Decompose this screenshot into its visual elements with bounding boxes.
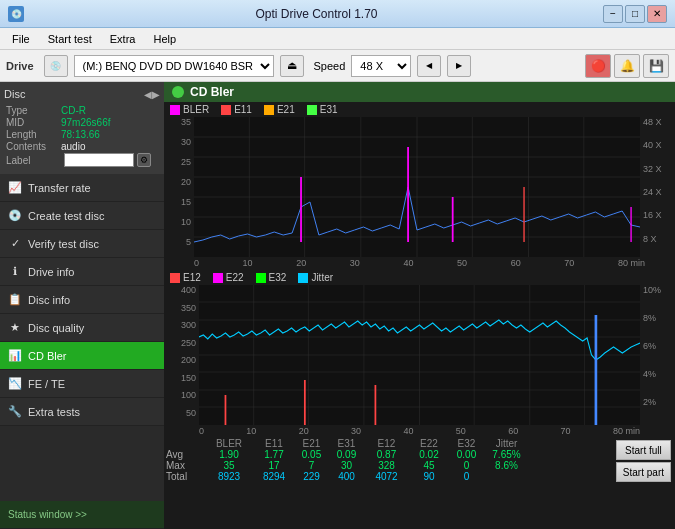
menu-start-test[interactable]: Start test: [40, 31, 100, 47]
drive-select[interactable]: (M:) BENQ DVD DD DW1640 BSRB: [74, 55, 274, 77]
total-bler: 8923: [204, 471, 254, 482]
contents-label: Contents: [6, 141, 61, 152]
col-bler: BLER: [204, 438, 254, 449]
bottom-x-axis: 01020304050607080 min: [164, 425, 675, 436]
avg-jitter: 7.65%: [484, 449, 529, 460]
start-full-button[interactable]: Start full: [616, 440, 671, 460]
sidebar-item-status-window[interactable]: Status window >>: [0, 501, 164, 529]
col-e22: E22: [409, 438, 449, 449]
type-label: Type: [6, 105, 61, 116]
mid-value: 97m26s66f: [61, 117, 110, 128]
chart-header: CD Bler: [164, 82, 675, 102]
disc-label-row: Label ⚙: [6, 153, 158, 167]
action-icon-2[interactable]: 🔔: [614, 54, 640, 78]
eject-button[interactable]: ⏏: [280, 55, 304, 77]
sidebar-item-transfer-rate[interactable]: 📈 Transfer rate: [0, 174, 164, 202]
start-buttons: Start full Start part: [614, 438, 673, 484]
col-e11: E11: [254, 438, 294, 449]
stats-header-row: BLER E11 E21 E31 E12 E22 E32 Jitter: [166, 438, 614, 449]
drive-info-icon: ℹ: [8, 265, 22, 279]
mid-label: MID: [6, 117, 61, 128]
sidebar-item-verify-test-disc[interactable]: ✓ Verify test disc: [0, 230, 164, 258]
speed-right-button[interactable]: ▶: [447, 55, 471, 77]
label-gear-button[interactable]: ⚙: [137, 153, 151, 167]
total-e21: 229: [294, 471, 329, 482]
max-e22: 45: [409, 460, 449, 471]
drivebar: Drive 💿 (M:) BENQ DVD DD DW1640 BSRB ⏏ S…: [0, 50, 675, 82]
start-part-button[interactable]: Start part: [616, 462, 671, 482]
max-e21: 7: [294, 460, 329, 471]
sidebar-item-extra-tests[interactable]: 🔧 Extra tests: [0, 398, 164, 426]
top-chart-svg: [194, 117, 640, 257]
max-e32: 0: [449, 460, 484, 471]
sidebar-item-drive-info[interactable]: ℹ Drive info: [0, 258, 164, 286]
close-button[interactable]: ✕: [647, 5, 667, 23]
disc-info: Type CD-R MID 97m26s66f Length 78:13.66 …: [4, 102, 160, 170]
main-area: Disc ◀▶ Type CD-R MID 97m26s66f Length 7…: [0, 82, 675, 529]
legend-e22: E22: [213, 272, 244, 283]
total-jitter: [484, 471, 529, 482]
verify-test-disc-icon: ✓: [8, 237, 22, 251]
disc-quality-icon: ★: [8, 321, 22, 335]
total-e11: 8294: [254, 471, 294, 482]
disc-length-row: Length 78:13.66: [6, 129, 158, 140]
col-jitter: Jitter: [484, 438, 529, 449]
menu-help[interactable]: Help: [145, 31, 184, 47]
top-y-axis-left: 3530252015105: [164, 117, 194, 257]
sidebar-label-transfer-rate: Transfer rate: [28, 182, 91, 194]
titlebar: 💿 Opti Drive Control 1.70 − □ ✕: [0, 0, 675, 28]
sidebar-item-cd-bler[interactable]: 📊 CD Bler: [0, 342, 164, 370]
drive-icon: 💿: [44, 55, 68, 77]
content-area: CD Bler BLER E11 E21 E31: [164, 82, 675, 529]
col-e12: E12: [364, 438, 409, 449]
bottom-y-axis-left: 40035030025020015010050: [164, 285, 199, 425]
col-e31: E31: [329, 438, 364, 449]
sidebar-label-extra-tests: Extra tests: [28, 406, 80, 418]
col-e32: E32: [449, 438, 484, 449]
save-icon[interactable]: 💾: [643, 54, 669, 78]
stats-table: BLER E11 E21 E31 E12 E22 E32 Jitter Avg …: [166, 438, 614, 484]
sidebar-item-disc-info[interactable]: 📋 Disc info: [0, 286, 164, 314]
minimize-button[interactable]: −: [603, 5, 623, 23]
bottom-chart-area: 40035030025020015010050: [164, 285, 675, 425]
speed-left-button[interactable]: ◀: [417, 55, 441, 77]
speed-label: Speed: [314, 60, 346, 72]
label-input[interactable]: [64, 153, 134, 167]
e12-color: [170, 273, 180, 283]
e32-color: [256, 273, 266, 283]
cd-bler-icon: 📊: [8, 349, 22, 363]
max-e31: 30: [329, 460, 364, 471]
window-controls: − □ ✕: [603, 5, 667, 23]
max-e11: 17: [254, 460, 294, 471]
total-e32: 0: [449, 471, 484, 482]
legend-e21: E21: [264, 104, 295, 115]
sidebar-menu: 📈 Transfer rate 💿 Create test disc ✓ Ver…: [0, 174, 164, 529]
stats-section: BLER E11 E21 E31 E12 E22 E32 Jitter Avg …: [164, 436, 675, 486]
sidebar-label-disc-quality: Disc quality: [28, 322, 84, 334]
sidebar-label-verify-test-disc: Verify test disc: [28, 238, 99, 250]
maximize-button[interactable]: □: [625, 5, 645, 23]
top-y-axis-right: 48 X40 X32 X24 X16 X8 X: [640, 117, 675, 257]
legend-e32: E32: [256, 272, 287, 283]
total-e31: 400: [329, 471, 364, 482]
menubar: File Start test Extra Help: [0, 28, 675, 50]
extra-tests-icon: 🔧: [8, 405, 22, 419]
total-label: Total: [166, 471, 204, 482]
avg-label: Avg: [166, 449, 204, 460]
disc-arrows[interactable]: ◀▶: [144, 89, 160, 100]
speed-select[interactable]: 48 X: [351, 55, 411, 77]
menu-file[interactable]: File: [4, 31, 38, 47]
label-label: Label: [6, 155, 61, 166]
sidebar-item-disc-quality[interactable]: ★ Disc quality: [0, 314, 164, 342]
menu-extra[interactable]: Extra: [102, 31, 144, 47]
avg-e11: 1.77: [254, 449, 294, 460]
total-e22: 90: [409, 471, 449, 482]
app-icon: 💿: [8, 6, 24, 22]
bottom-chart-legend: E12 E22 E32 Jitter: [164, 270, 675, 285]
e22-label: E22: [226, 272, 244, 283]
top-chart-area: 3530252015105: [164, 117, 675, 257]
e21-label: E21: [277, 104, 295, 115]
sidebar-item-fe-te[interactable]: 📉 FE / TE: [0, 370, 164, 398]
action-icon-1[interactable]: 🔴: [585, 54, 611, 78]
sidebar-item-create-test-disc[interactable]: 💿 Create test disc: [0, 202, 164, 230]
